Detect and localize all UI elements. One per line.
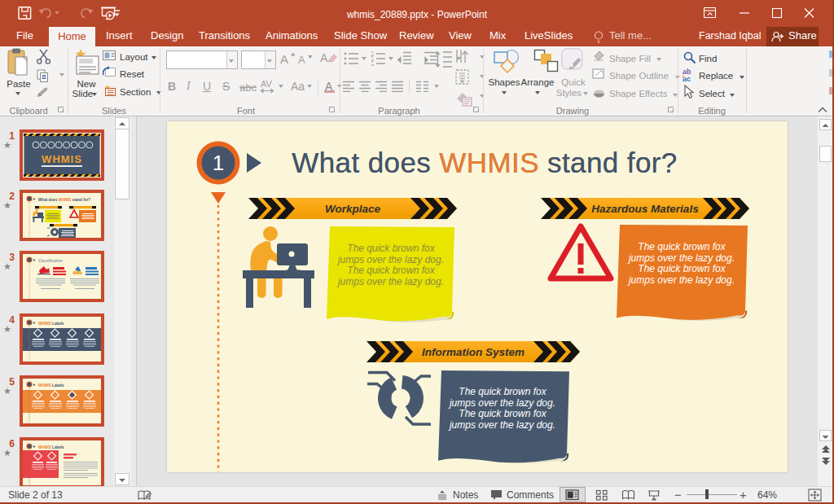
svg-text:WHMIS Labels: WHMIS Labels xyxy=(38,322,64,326)
svg-text:Workplace: Workplace xyxy=(325,203,381,215)
svg-text:What does WHMIS stand for?: What does WHMIS stand for? xyxy=(38,198,90,202)
svg-text:1: 1 xyxy=(213,151,224,175)
svg-text:Information System: Information System xyxy=(422,346,525,358)
svg-text:WHMIS Labels: WHMIS Labels xyxy=(38,383,64,388)
svg-text:Hazardous Materials: Hazardous Materials xyxy=(591,203,699,215)
svg-text:WHMIS Labels: WHMIS Labels xyxy=(38,445,64,449)
svg-text:Classification: Classification xyxy=(38,259,63,263)
